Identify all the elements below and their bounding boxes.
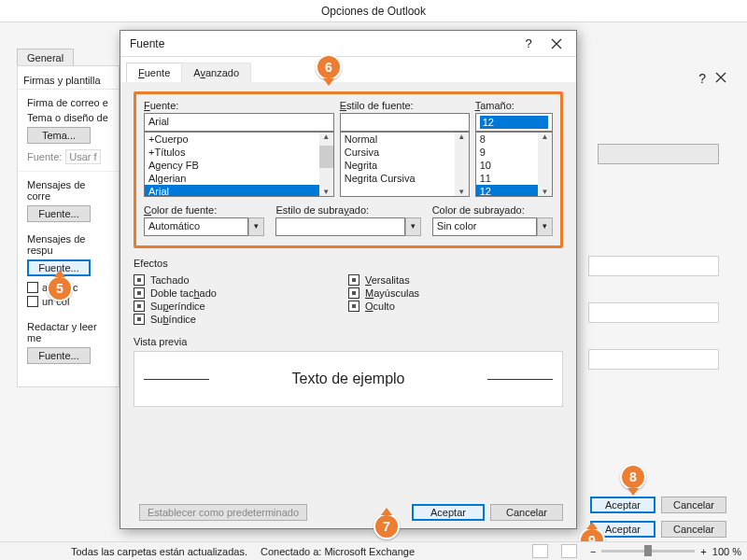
list-item[interactable]: Agency FB xyxy=(145,159,333,172)
zoom-slider[interactable] xyxy=(601,550,695,553)
outlook-options-title: Opciones de Outlook xyxy=(0,0,747,22)
underline-color-label: Color de subrayado: xyxy=(432,204,553,216)
tab-font[interactable]: Fuente xyxy=(126,63,182,82)
effects-area: Tachado Doble tachado Superíndice Subínd… xyxy=(134,273,563,327)
list-item[interactable]: Negrita Cursiva xyxy=(341,172,469,185)
size-input[interactable]: 12 xyxy=(475,113,553,132)
group-compose: Mensajes de corre Fuente... xyxy=(18,172,119,226)
cancel-button[interactable]: Cancelar xyxy=(661,521,726,538)
zoom-value: 100 % xyxy=(712,546,741,557)
font-selection-area: Fuente: Arial +Cuerpo +Títulos Agency FB… xyxy=(134,91,563,248)
font-label: Fuente: xyxy=(27,151,62,162)
style-label: Estilo de fuente: xyxy=(340,100,470,111)
callout-7: 7 xyxy=(374,513,400,539)
right-dropdown[interactable] xyxy=(598,144,719,164)
theme-button[interactable]: Tema... xyxy=(27,127,91,144)
plaintext-font-button[interactable]: Fuente... xyxy=(27,347,91,364)
chevron-down-icon[interactable]: ▾ xyxy=(537,217,553,236)
font-color-combo[interactable]: Automático ▾ xyxy=(144,217,264,236)
group-plaintext: Redactar y leer me Fuente... xyxy=(18,314,119,368)
cancel-button[interactable]: Cancelar xyxy=(661,497,726,513)
checkbox-mark-my[interactable] xyxy=(27,282,38,293)
help-icon[interactable]: ? xyxy=(514,34,543,54)
size-label: Tamaño: xyxy=(475,100,553,111)
ghost-field-2 xyxy=(588,302,719,323)
font-dialog-titlebar: Fuente ? xyxy=(120,31,576,57)
signatures-dialog-buttons: Aceptar Cancelar xyxy=(590,497,726,513)
size-listbox[interactable]: 8 9 10 11 12 ▲▼ xyxy=(475,132,553,197)
underline-color-combo[interactable]: Sin color ▾ xyxy=(432,217,553,236)
zoom-control[interactable]: − + 100 % xyxy=(590,546,741,557)
options-dialog-buttons: Aceptar Cancelar xyxy=(590,521,726,538)
list-item[interactable]: Algerian xyxy=(145,172,333,185)
font-color-value: Automático xyxy=(144,217,248,236)
zoom-out-icon[interactable]: − xyxy=(590,546,596,557)
preview-title: Vista previa xyxy=(134,336,563,347)
scrollbar[interactable]: ▲▼ xyxy=(319,133,333,196)
callout-8: 8 xyxy=(620,464,646,490)
font-dialog: Fuente ? Fuente Avanzado Fuente: Arial +… xyxy=(120,30,577,529)
effects-title: Efectos xyxy=(134,258,563,269)
status-connection: Conectado a: Microsoft Exchange xyxy=(261,546,415,557)
underline-style-value xyxy=(275,217,404,236)
font-listbox[interactable]: +Cuerpo +Títulos Agency FB Algerian Aria… xyxy=(144,132,334,197)
status-folders: Todas las carpetas están actualizadas. xyxy=(71,546,247,557)
set-default-button[interactable]: Establecer como predeterminado xyxy=(139,504,307,521)
ok-button[interactable]: Aceptar xyxy=(590,497,655,513)
compose-font-button[interactable]: Fuente... xyxy=(27,205,91,222)
signatures-panel: Firmas y plantilla Firma de correo e Tem… xyxy=(17,65,120,387)
theme-label: Tema o diseño de xyxy=(27,112,111,123)
ok-button[interactable]: Aceptar xyxy=(412,504,485,521)
preview-text: Texto de ejemplo xyxy=(277,371,420,387)
style-input[interactable] xyxy=(340,113,470,132)
checkbox-color[interactable] xyxy=(27,296,38,307)
tab-advanced[interactable]: Avanzado xyxy=(181,63,251,82)
group-signature-title: Firma de correo e xyxy=(27,97,111,108)
list-item[interactable]: Normal xyxy=(341,133,469,146)
status-bar: Todas las carpetas están actualizadas. C… xyxy=(0,541,747,560)
list-item[interactable]: Cursiva xyxy=(341,146,469,159)
scrollbar[interactable]: ▲▼ xyxy=(455,133,469,196)
preview-box: Texto de ejemplo xyxy=(134,351,563,407)
scrollbar[interactable]: ▲▼ xyxy=(538,133,552,196)
ghost-field-1 xyxy=(588,256,719,276)
help-icon[interactable]: ? xyxy=(698,71,706,86)
view-reading-icon[interactable] xyxy=(561,544,577,558)
view-normal-icon[interactable] xyxy=(532,544,548,558)
list-item[interactable]: Negrita xyxy=(341,159,469,172)
list-item[interactable]: +Cuerpo xyxy=(145,133,333,146)
signatures-header: Firmas y plantilla xyxy=(18,72,119,90)
checkbox-smallcaps[interactable]: Versalitas xyxy=(348,274,563,286)
underline-style-label: Estilo de subrayado: xyxy=(275,204,420,216)
group-reply-title: Mensajes de respu xyxy=(27,233,111,256)
checkbox-strike[interactable]: Tachado xyxy=(134,274,348,286)
group-signature: Firma de correo e Tema o diseño de Tema.… xyxy=(18,90,119,172)
close-icon[interactable] xyxy=(543,34,571,54)
checkbox-allcaps[interactable]: Mayúsculas xyxy=(348,287,563,299)
font-dropdown-disabled: Usar f xyxy=(65,149,100,164)
callout-5: 5 xyxy=(47,275,73,301)
tab-general[interactable]: General xyxy=(17,49,74,67)
style-listbox[interactable]: Normal Cursiva Negrita Negrita Cursiva ▲… xyxy=(340,132,470,197)
list-item[interactable]: +Títulos xyxy=(145,146,333,159)
zoom-in-icon[interactable]: + xyxy=(700,546,706,557)
chevron-down-icon[interactable]: ▾ xyxy=(248,217,264,236)
chevron-down-icon[interactable]: ▾ xyxy=(405,217,421,236)
underline-color-value: Sin color xyxy=(432,217,537,236)
checkbox-subscript[interactable]: Subíndice xyxy=(134,314,348,325)
close-icon[interactable] xyxy=(715,71,726,86)
font-input[interactable]: Arial xyxy=(144,113,334,132)
checkbox-double-strike[interactable]: Doble tachado xyxy=(134,287,348,299)
checkbox-hidden[interactable]: Oculto xyxy=(348,301,563,312)
checkbox-superscript[interactable]: Superíndice xyxy=(134,301,348,312)
list-item[interactable]: Arial xyxy=(145,185,333,197)
group-compose-title: Mensajes de corre xyxy=(27,179,111,202)
cancel-button[interactable]: Cancelar xyxy=(490,504,563,521)
callout-6: 6 xyxy=(316,54,342,80)
font-color-label: Color de fuente: xyxy=(144,204,264,216)
font-dialog-title: Fuente xyxy=(130,37,514,50)
group-plaintext-title: Redactar y leer me xyxy=(27,321,111,343)
ghost-field-3 xyxy=(588,349,719,370)
underline-style-combo[interactable]: ▾ xyxy=(275,217,420,236)
group-reply: Mensajes de respu Fuente... ar mis c un … xyxy=(18,226,119,314)
